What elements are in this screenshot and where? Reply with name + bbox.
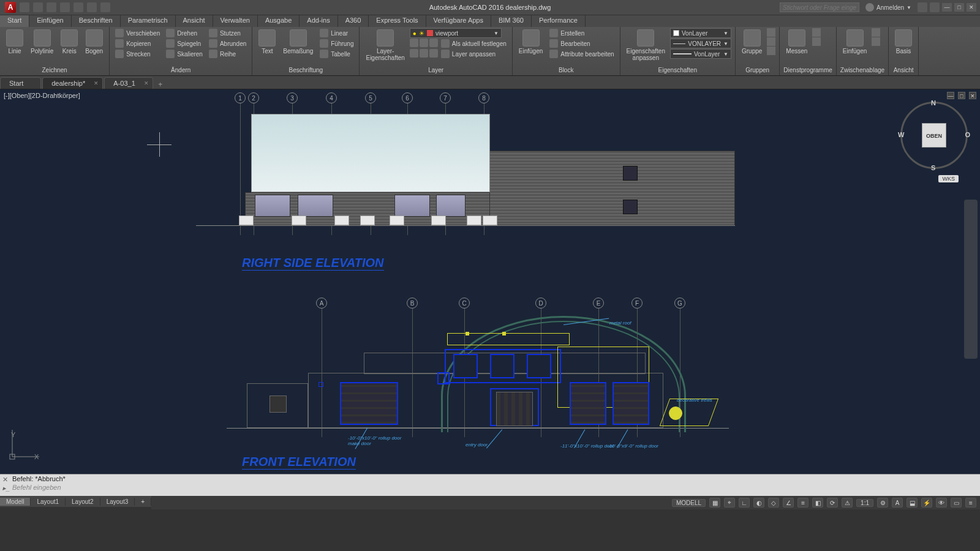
- strecken-button[interactable]: Strecken: [113, 49, 162, 59]
- table-button[interactable]: Tabelle: [318, 49, 355, 59]
- menu-tab-ansicht[interactable]: Ansicht: [176, 15, 213, 27]
- exchange-icon[interactable]: [918, 2, 927, 12]
- open-icon[interactable]: [33, 2, 43, 12]
- workspace-icon[interactable]: ⬓: [907, 498, 918, 508]
- hardware-accel-icon[interactable]: ⚡: [921, 498, 932, 508]
- file-tab-2[interactable]: A-03_1✕: [104, 77, 153, 89]
- annoscale-icon[interactable]: A: [892, 498, 903, 508]
- layout-tab-modell[interactable]: Modell: [0, 498, 31, 506]
- app-menu-icon[interactable]: A: [5, 2, 16, 13]
- maximize-button[interactable]: □: [954, 3, 964, 12]
- kreis-button[interactable]: Kreis: [58, 28, 80, 56]
- transparency-icon[interactable]: ◧: [812, 498, 823, 508]
- menu-tab-a360[interactable]: A360: [338, 15, 369, 27]
- status-mode[interactable]: MODELL: [672, 499, 706, 507]
- dimension-button[interactable]: Bemaßung: [281, 28, 315, 56]
- current-layer-dropdown[interactable]: ●☀ viewport ▼: [410, 28, 502, 38]
- undo-icon[interactable]: [87, 2, 97, 12]
- layout-tab-layout2[interactable]: Layout2: [66, 498, 100, 506]
- drawing-area[interactable]: [-][Oben][2D-Drahtkörper] — □ ✕ OBEN N S…: [0, 89, 980, 474]
- osnap-toggle-icon[interactable]: ◇: [768, 498, 779, 508]
- close-tab-icon[interactable]: ✕: [94, 80, 99, 86]
- cycling-icon[interactable]: ⟳: [827, 498, 838, 508]
- layer-properties-button[interactable]: Layer- Eigenschaften: [363, 28, 407, 62]
- new-icon[interactable]: [20, 2, 29, 12]
- file-tab-0[interactable]: Start: [0, 77, 41, 89]
- save-icon[interactable]: [47, 2, 56, 12]
- menu-tab-ausgabe[interactable]: Ausgabe: [258, 15, 300, 27]
- linear-dim-button[interactable]: Linear: [318, 28, 355, 38]
- clean-screen-icon[interactable]: ▭: [951, 498, 962, 508]
- file-tab-1[interactable]: dealership*✕: [42, 77, 103, 89]
- add-layout-button[interactable]: +: [135, 498, 151, 506]
- menu-tab-verfügbare apps[interactable]: Verfügbare Apps: [426, 15, 491, 27]
- edit-block-button[interactable]: Bearbeiten: [548, 39, 616, 48]
- group-bbox-icon[interactable]: [767, 47, 775, 55]
- quick-calc-icon[interactable]: [812, 37, 821, 46]
- sign-in-button[interactable]: Anmelden ▼: [862, 3, 915, 12]
- menu-tab-bim 360[interactable]: BIM 360: [491, 15, 532, 27]
- lineweight-dropdown[interactable]: VonLayer▼: [670, 49, 731, 59]
- linetype-dropdown[interactable]: VONLAYER▼: [670, 39, 731, 48]
- help-icon[interactable]: [930, 2, 940, 12]
- copy-clip-icon[interactable]: [872, 37, 880, 46]
- skalieren-button[interactable]: Skalieren: [164, 49, 205, 59]
- drehen-button[interactable]: Drehen: [164, 28, 205, 38]
- polylinie-button[interactable]: Polylinie: [28, 28, 56, 56]
- menu-tab-verwalten[interactable]: Verwalten: [213, 15, 258, 27]
- gear-icon[interactable]: ⚙: [877, 498, 888, 508]
- group-button[interactable]: Gruppe: [739, 28, 764, 56]
- layer-lock-icon[interactable]: [429, 39, 438, 47]
- group-edit-icon[interactable]: [767, 37, 775, 46]
- abrunden-button[interactable]: Abrunden: [207, 39, 248, 48]
- menu-tab-express tools[interactable]: Express Tools: [369, 15, 426, 27]
- menu-tab-beschriften[interactable]: Beschriften: [72, 15, 121, 27]
- leader-button[interactable]: Führung: [318, 39, 355, 48]
- customize-icon[interactable]: ≡: [965, 498, 976, 508]
- reihe-button[interactable]: Reihe: [207, 49, 248, 59]
- cut-icon[interactable]: [872, 28, 880, 37]
- polar-toggle-icon[interactable]: ◐: [753, 498, 764, 508]
- menu-tab-start[interactable]: Start: [0, 15, 29, 27]
- snap-toggle-icon[interactable]: ⌖: [724, 498, 735, 508]
- match-properties-button[interactable]: Eigenschaften anpassen: [624, 28, 668, 62]
- menu-tab-einfügen[interactable]: Einfügen: [29, 15, 71, 27]
- menu-tab-parametrisch[interactable]: Parametrisch: [121, 15, 176, 27]
- select-all-icon[interactable]: [812, 28, 821, 37]
- create-block-button[interactable]: Erstellen: [548, 28, 616, 38]
- paste-button[interactable]: Einfügen: [840, 28, 869, 56]
- color-dropdown[interactable]: VonLayer▼: [670, 28, 731, 38]
- new-tab-button[interactable]: +: [154, 80, 167, 89]
- layer-freeze-icon[interactable]: [420, 39, 428, 47]
- layer-off-icon[interactable]: [410, 39, 418, 47]
- bogen-button[interactable]: Bogen: [83, 28, 105, 56]
- layout-tab-layout3[interactable]: Layout3: [100, 498, 135, 506]
- command-input[interactable]: ▸_Befehl eingeben: [0, 483, 980, 492]
- ungroup-icon[interactable]: [767, 28, 775, 37]
- menu-tab-add-ins[interactable]: Add-ins: [300, 15, 337, 27]
- saveas-icon[interactable]: [60, 2, 70, 12]
- status-scale[interactable]: 1:1: [856, 499, 873, 507]
- layout-tab-layout1[interactable]: Layout1: [31, 498, 66, 506]
- text-button[interactable]: Text: [256, 28, 278, 56]
- layer-prev-icon[interactable]: [429, 49, 438, 58]
- spiegeln-button[interactable]: Spiegeln: [164, 39, 205, 48]
- linie-button[interactable]: Linie: [4, 28, 26, 56]
- make-current-button[interactable]: Als aktuell festlegen: [439, 39, 508, 48]
- layer-uniso-icon[interactable]: [420, 49, 428, 58]
- plot-icon[interactable]: [74, 2, 83, 12]
- verschieben-button[interactable]: Verschieben: [113, 28, 162, 38]
- redo-icon[interactable]: [100, 2, 110, 12]
- kopieren-button[interactable]: Kopieren: [113, 39, 162, 48]
- infocenter-search[interactable]: [780, 2, 859, 12]
- close-tab-icon[interactable]: ✕: [144, 80, 149, 86]
- base-view-button[interactable]: Basis: [892, 28, 914, 56]
- stutzen-button[interactable]: Stutzen: [207, 28, 248, 38]
- otrack-toggle-icon[interactable]: ∠: [783, 498, 794, 508]
- measure-button[interactable]: Messen: [783, 28, 810, 56]
- layer-iso-icon[interactable]: [410, 49, 418, 58]
- minimize-button[interactable]: —: [942, 3, 952, 12]
- grid-toggle-icon[interactable]: ▦: [709, 498, 720, 508]
- ortho-toggle-icon[interactable]: ∟: [739, 498, 750, 508]
- close-button[interactable]: ✕: [967, 3, 976, 12]
